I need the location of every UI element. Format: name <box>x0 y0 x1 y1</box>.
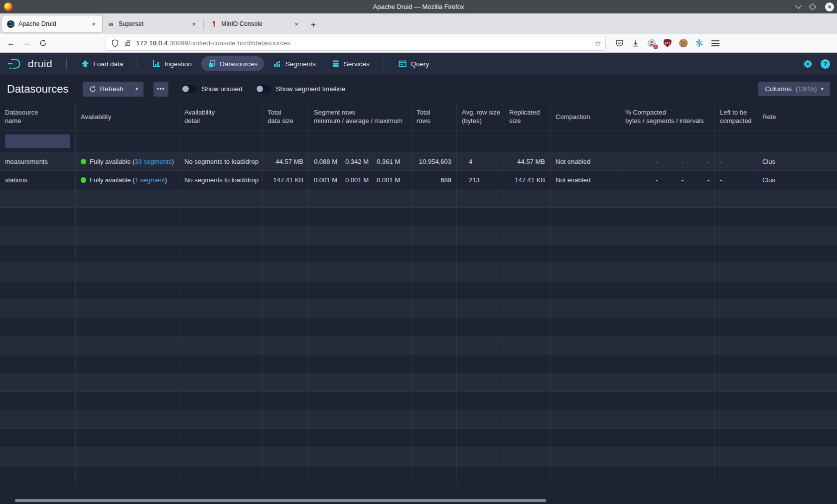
col-header-replicated-size[interactable]: Replicatedsize <box>504 103 551 130</box>
empty-cell <box>179 337 263 355</box>
druid-favicon-icon <box>7 20 14 28</box>
col-header-segment-rows[interactable]: Segment rowsminimum / average / maximum <box>309 103 412 130</box>
minimize-icon[interactable] <box>795 4 804 9</box>
nav-item-ingestion[interactable]: Ingestion <box>146 56 198 71</box>
empty-cell <box>76 429 179 447</box>
table-row-measurements[interactable]: measurements Fully available (33 segment… <box>0 152 837 171</box>
empty-cell <box>76 410 179 428</box>
extension-icon[interactable]: × <box>647 38 656 48</box>
help-icon[interactable]: ? <box>821 59 830 69</box>
superset-favicon-icon: ∞ <box>107 20 115 28</box>
url-path: :30899/unified-console.html#datasources <box>168 39 290 47</box>
show-segment-timeline-toggle[interactable] <box>256 85 271 93</box>
nav-item-datasources[interactable]: Datasources <box>201 56 264 71</box>
filter-cell <box>551 130 620 152</box>
refresh-caret-button[interactable]: ▾ <box>130 82 143 97</box>
empty-cell <box>504 226 551 244</box>
url-text[interactable]: 172.18.0.4:30899/unified-console.html#da… <box>136 39 591 47</box>
empty-cell <box>179 208 263 226</box>
empty-cell <box>0 208 76 226</box>
col-header-availability-detail[interactable]: Availabilitydetail <box>179 103 263 130</box>
total-rows-cell: 10,954,603 <box>412 152 457 170</box>
empty-cell <box>263 374 309 391</box>
show-unused-toggle[interactable] <box>181 85 197 93</box>
empty-cell <box>504 355 551 373</box>
empty-cell <box>76 392 179 410</box>
downloads-icon[interactable] <box>631 38 640 48</box>
total-data-size-cell: 44.57 MB <box>263 152 309 170</box>
menu-icon[interactable] <box>710 38 720 48</box>
empty-cell <box>620 281 715 299</box>
col-header-total-data-size[interactable]: Totaldata size <box>263 103 309 130</box>
tab-close-icon[interactable]: × <box>293 20 300 28</box>
col-header-compaction[interactable]: Compaction <box>551 103 620 130</box>
availability-text: Fully available ( <box>90 158 135 165</box>
empty-cell <box>0 263 76 281</box>
insecure-lock-icon[interactable] <box>123 38 133 48</box>
nav-item-services[interactable]: Services <box>325 56 376 71</box>
tab-superset[interactable]: ∞ Superset × <box>102 15 202 32</box>
empty-cell <box>309 245 412 262</box>
tracking-shield-icon[interactable] <box>110 38 120 48</box>
col-header-left-to-be-compacted[interactable]: Left to becompacted <box>715 103 757 130</box>
nav-item-query[interactable]: Query <box>392 56 435 71</box>
datasource-name-filter-input[interactable] <box>5 134 70 148</box>
datasource-name-cell[interactable]: measurements <box>0 152 76 170</box>
empty-cell <box>757 410 837 428</box>
maximize-icon[interactable] <box>810 4 819 9</box>
more-actions-button[interactable]: ••• <box>153 82 168 97</box>
empty-cell <box>263 300 309 318</box>
availability-detail-cell: No segments to load/drop <box>179 152 263 170</box>
table-row-empty <box>0 189 837 208</box>
segments-link[interactable]: 33 segments <box>135 158 171 165</box>
horizontal-scrollbar[interactable] <box>15 499 546 502</box>
pct-compacted-cell: --- <box>620 171 715 189</box>
table-row-stations[interactable]: stations Fully available (1 segment) No … <box>0 171 837 189</box>
datasource-name-cell[interactable]: stations <box>0 171 76 189</box>
nav-item-segments[interactable]: Segments <box>267 56 322 71</box>
tab-close-icon[interactable]: × <box>190 20 197 28</box>
col-header-total-rows[interactable]: Totalrows <box>412 103 457 130</box>
empty-cell <box>715 355 757 373</box>
empty-cell <box>504 318 551 336</box>
col-header-pct-compacted[interactable]: % Compactedbytes / segments / intervals <box>620 103 715 130</box>
reload-button[interactable] <box>36 36 50 50</box>
refresh-icon <box>89 86 96 93</box>
new-tab-button[interactable]: + <box>305 20 322 30</box>
empty-cell <box>412 429 457 447</box>
tab-apache-druid[interactable]: Apache Druid × <box>2 15 102 32</box>
avg-row-size-cell: 4 <box>457 152 504 170</box>
theme-extension-icon[interactable] <box>695 38 704 48</box>
col-header-avg-row-size[interactable]: Avg. row size(bytes) <box>457 103 504 130</box>
tab-minio-console[interactable]: MinIO Console × <box>205 15 305 32</box>
retention-cell[interactable]: Clus <box>757 152 837 170</box>
segments-link[interactable]: 1 segment <box>135 176 165 184</box>
url-bar[interactable]: 172.18.0.4:30899/unified-console.html#da… <box>106 36 606 51</box>
empty-cell <box>179 466 263 484</box>
col-header-availability[interactable]: Availability <box>76 103 179 130</box>
empty-cell <box>0 374 76 391</box>
bookmark-star-icon[interactable]: ☆ <box>595 39 601 48</box>
empty-cell <box>179 300 263 318</box>
refresh-split-button[interactable]: Refresh ▾ <box>83 82 143 97</box>
close-window-icon[interactable]: × <box>825 2 834 11</box>
empty-cell <box>457 392 504 410</box>
tab-close-icon[interactable]: × <box>90 20 97 28</box>
refresh-button[interactable]: Refresh <box>83 82 130 97</box>
empty-cell <box>551 245 620 262</box>
pocket-icon[interactable] <box>615 38 624 48</box>
columns-button[interactable]: Columns (13/15) ▾ <box>758 82 830 96</box>
settings-gear-icon[interactable] <box>803 59 813 69</box>
table-row-empty <box>0 300 837 318</box>
retention-cell[interactable]: Clus <box>757 171 837 189</box>
col-header-retention[interactable]: Rete <box>757 103 837 130</box>
back-button[interactable]: ← <box>4 36 18 50</box>
col-header-datasource-name[interactable]: Datasourcename <box>0 103 76 130</box>
filter-cell <box>179 130 263 152</box>
cookie-icon[interactable] <box>679 38 688 48</box>
druid-logo[interactable]: druid <box>7 57 52 70</box>
empty-cell <box>76 447 179 465</box>
ublock-icon[interactable]: UO <box>663 38 672 48</box>
empty-cell <box>309 300 412 318</box>
nav-item-load-data[interactable]: Load data <box>75 56 130 71</box>
